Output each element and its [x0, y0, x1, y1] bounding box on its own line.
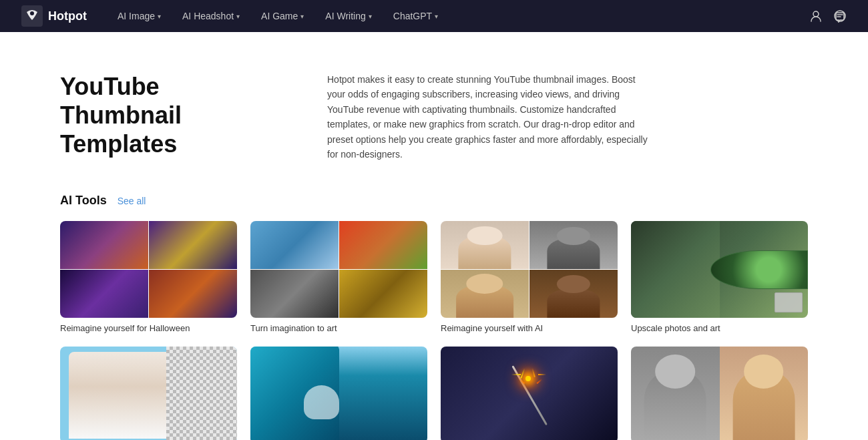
- message-icon[interactable]: [833, 9, 847, 23]
- nav-chatgpt[interactable]: ChatGPT ▾: [384, 0, 447, 32]
- tools-grid-row1: Reimagine yourself for Halloween Turn im…: [60, 221, 808, 333]
- tool-headshots[interactable]: Reimagine yourself with AI: [441, 221, 618, 333]
- tools-grid-row2: Remove backgrounds Remove objects: [60, 347, 808, 440]
- hero-right: Hotpot makes it easy to create stunning …: [327, 72, 808, 162]
- nav-chatgpt-chevron: ▾: [435, 13, 438, 20]
- headshot-panel-3: [441, 270, 529, 318]
- nav-ai-headshot[interactable]: AI Headshot ▾: [173, 0, 249, 32]
- logo-icon: [21, 5, 43, 27]
- main-content: YouTube Thumbnail Templates Hotpot makes…: [33, 32, 835, 440]
- tool-art[interactable]: Turn imagination to art: [250, 221, 427, 333]
- halloween-panel-1: [60, 221, 148, 269]
- nav-ai-image-label: AI Image: [118, 11, 155, 21]
- nav-right-icons: [809, 9, 847, 23]
- nav-ai-headshot-label: AI Headshot: [182, 11, 234, 21]
- nav-ai-headshot-chevron: ▾: [236, 13, 240, 20]
- tool-remove-bg-image: [60, 347, 237, 440]
- nav-links: AI Image ▾ AI Headshot ▾ AI Game ▾ AI Wr…: [108, 0, 809, 32]
- art-panel-1: [250, 221, 339, 269]
- logo-text: Hotpot: [48, 9, 87, 23]
- tool-halloween-label: Reimagine yourself for Halloween: [60, 323, 237, 333]
- nav-ai-writing-chevron: ▾: [369, 13, 372, 20]
- tool-halloween[interactable]: Reimagine yourself for Halloween: [60, 221, 237, 333]
- colorize-right: [720, 347, 809, 440]
- checkered-bg: [166, 347, 237, 440]
- nav-ai-game-chevron: ▾: [300, 13, 304, 20]
- svg-point-2: [813, 11, 819, 17]
- tool-colorize[interactable]: Colorize old photos: [631, 347, 808, 440]
- svg-point-1: [30, 11, 34, 15]
- nav-ai-image-chevron: ▾: [158, 13, 161, 20]
- tool-art-image: [250, 221, 427, 318]
- tool-upscale-image: [631, 221, 808, 318]
- tool-art-label: Turn imagination to art: [250, 323, 427, 333]
- ai-tools-header: AI Tools See all: [60, 194, 808, 208]
- tool-upscale[interactable]: Upscale photos and art: [631, 221, 808, 333]
- headshot-panel-2: [529, 221, 618, 269]
- art-panel-2: [339, 221, 427, 269]
- tool-upscale-label: Upscale photos and art: [631, 323, 808, 333]
- halloween-panel-4: [149, 270, 237, 318]
- hero-left: YouTube Thumbnail Templates: [60, 72, 287, 162]
- nav-ai-game-label: AI Game: [261, 11, 298, 21]
- navigation: Hotpot AI Image ▾ AI Headshot ▾ AI Game …: [0, 0, 868, 32]
- nav-ai-writing-label: AI Writing: [325, 11, 365, 21]
- colorize-left: [631, 347, 720, 440]
- art-panel-3: [250, 270, 339, 318]
- tool-remove-objects-image: [250, 347, 427, 440]
- art-panel-4: [339, 270, 427, 318]
- hero-description: Hotpot makes it easy to create stunning …: [327, 72, 648, 162]
- headshot-panel-4: [529, 270, 618, 318]
- tool-writing-image: [441, 347, 618, 440]
- hero-section: YouTube Thumbnail Templates Hotpot makes…: [60, 72, 808, 162]
- tool-remove-objects[interactable]: Remove objects: [250, 347, 427, 440]
- tool-colorize-image: [631, 347, 808, 440]
- headshot-panel-1: [441, 221, 529, 269]
- thumbnail-overlay: [775, 292, 803, 312]
- tool-headshots-image: [441, 221, 618, 318]
- see-all-link[interactable]: See all: [118, 196, 146, 206]
- nav-ai-game[interactable]: AI Game ▾: [252, 0, 313, 32]
- halloween-panel-3: [60, 270, 148, 318]
- tool-writing[interactable]: Outsource writing tasks: [441, 347, 618, 440]
- person-silhouette: [69, 352, 172, 439]
- user-icon[interactable]: [809, 9, 823, 23]
- halloween-panel-2: [149, 221, 237, 269]
- ai-tools-title: AI Tools: [60, 194, 107, 208]
- page-title: YouTube Thumbnail Templates: [60, 72, 287, 159]
- nav-chatgpt-label: ChatGPT: [393, 11, 432, 21]
- nav-ai-writing[interactable]: AI Writing ▾: [316, 0, 381, 32]
- nav-ai-image[interactable]: AI Image ▾: [108, 0, 170, 32]
- eye-detail: [710, 250, 808, 289]
- tool-halloween-image: [60, 221, 237, 318]
- tool-headshots-label: Reimagine yourself with AI: [441, 323, 618, 333]
- logo[interactable]: Hotpot: [21, 5, 87, 27]
- tool-remove-bg[interactable]: Remove backgrounds: [60, 347, 237, 440]
